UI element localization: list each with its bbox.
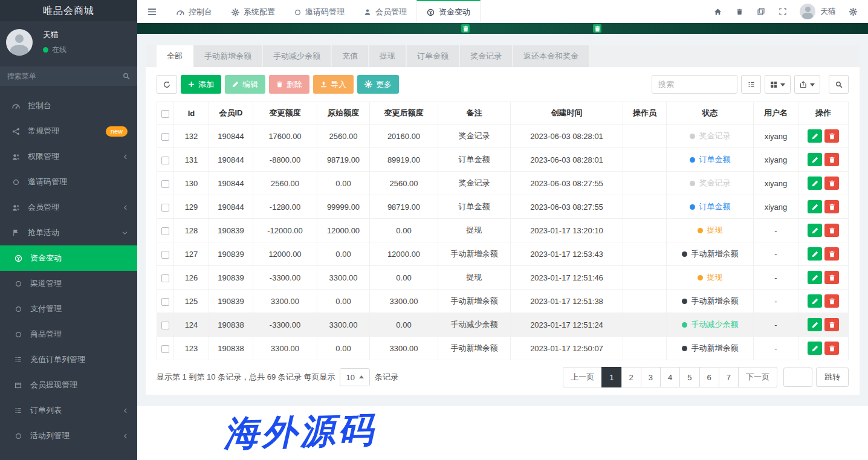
hamburger-icon[interactable] [137, 0, 167, 23]
toggle-search-button[interactable] [741, 75, 761, 94]
filter-tab-7[interactable]: 返还本金和奖金 [513, 45, 589, 67]
row-checkbox[interactable] [161, 133, 169, 141]
add-button[interactable]: 添加 [181, 75, 221, 94]
filter-tab-2[interactable]: 手动减少余额 [263, 45, 331, 67]
jump-page-input[interactable] [783, 368, 812, 387]
column-header[interactable]: 状态 [667, 102, 754, 125]
filter-tab-4[interactable]: 提现 [369, 45, 406, 67]
row-checkbox[interactable] [161, 345, 169, 353]
page-size-select[interactable]: 10 [340, 368, 369, 386]
row-checkbox[interactable] [161, 157, 169, 164]
sidebar-item-general[interactable]: 常规管理new [0, 118, 137, 144]
jump-button[interactable]: 跳转 [816, 368, 849, 387]
advanced-search-button[interactable] [829, 75, 849, 94]
filter-tab-6[interactable]: 奖金记录 [460, 45, 512, 67]
search-icon[interactable] [123, 73, 130, 80]
next-page-button[interactable]: 下一页 [738, 367, 777, 387]
row-delete-button[interactable] [824, 129, 839, 143]
column-header[interactable]: 操作 [798, 102, 849, 125]
avatar[interactable] [6, 29, 33, 56]
row-edit-button[interactable] [808, 153, 822, 166]
column-header[interactable]: Id [174, 102, 209, 125]
sidebar-item-recharge[interactable]: 充值订单列管理 [0, 347, 137, 372]
row-delete-button[interactable] [824, 271, 839, 284]
page-button-6[interactable]: 6 [699, 367, 719, 387]
row-delete-button[interactable] [824, 177, 839, 190]
column-header[interactable]: 创建时间 [511, 102, 623, 125]
row-edit-button[interactable] [808, 177, 822, 190]
row-checkbox[interactable] [161, 322, 169, 329]
page-button-4[interactable]: 4 [660, 367, 680, 387]
sidebar-item-orders[interactable]: 订单列表 [0, 398, 137, 423]
page-button-5[interactable]: 5 [679, 367, 699, 387]
sidebar-item-goods[interactable]: 商品管理 [0, 322, 137, 347]
strip-trash-icon[interactable] [593, 24, 601, 33]
nav-item-fund[interactable]: 资金变动 [416, 0, 481, 23]
clear-cache-trash-icon[interactable] [729, 0, 750, 23]
more-button[interactable]: 更多 [357, 75, 399, 94]
row-edit-button[interactable] [808, 129, 822, 143]
row-checkbox[interactable] [161, 298, 169, 306]
columns-button[interactable] [765, 75, 791, 94]
filter-tab-3[interactable]: 充值 [332, 45, 368, 67]
row-delete-button[interactable] [824, 200, 839, 213]
home-icon[interactable] [707, 0, 729, 23]
nav-item-console[interactable]: 控制台 [167, 0, 222, 23]
row-delete-button[interactable] [824, 153, 839, 166]
row-delete-button[interactable] [824, 318, 839, 331]
row-checkbox[interactable] [161, 204, 169, 212]
sidebar-item-member[interactable]: 会员管理 [0, 195, 137, 220]
import-button[interactable]: 导入 [313, 75, 354, 94]
column-header[interactable]: 会员ID [209, 102, 253, 125]
nav-item-system[interactable]: 系统配置 [222, 0, 285, 23]
page-button-3[interactable]: 3 [641, 367, 661, 387]
menu-search-input[interactable] [7, 72, 123, 80]
row-checkbox[interactable] [161, 180, 169, 188]
row-edit-button[interactable] [808, 294, 822, 308]
export-button[interactable] [794, 75, 820, 94]
filter-tab-1[interactable]: 手动新增余额 [194, 45, 262, 67]
row-delete-button[interactable] [824, 247, 839, 261]
row-delete-button[interactable] [824, 294, 839, 308]
page-button-1[interactable]: 1 [601, 367, 621, 387]
filter-tab-5[interactable]: 订单金额 [407, 45, 459, 67]
sidebar-item-pay[interactable]: 支付管理 [0, 296, 137, 322]
row-edit-button[interactable] [808, 342, 822, 355]
row-checkbox[interactable] [161, 274, 169, 282]
column-header[interactable]: 操作员 [623, 102, 667, 125]
sidebar-item-invite[interactable]: 邀请码管理 [0, 169, 137, 195]
filter-tab-0[interactable]: 全部 [157, 45, 193, 67]
row-checkbox[interactable] [161, 251, 169, 259]
column-header[interactable]: 变更额度 [253, 102, 317, 125]
nav-item-invite[interactable]: 邀请码管理 [285, 0, 354, 23]
sidebar-item-activity[interactable]: 抢单活动 [0, 220, 137, 245]
windows-icon[interactable] [750, 0, 772, 23]
refresh-button[interactable] [157, 75, 177, 94]
fullscreen-icon[interactable] [772, 0, 794, 23]
select-all-checkbox[interactable] [161, 110, 169, 118]
column-header[interactable]: 用户名 [754, 102, 798, 125]
row-delete-button[interactable] [824, 224, 839, 237]
prev-page-button[interactable]: 上一页 [563, 367, 602, 387]
page-button-2[interactable]: 2 [621, 367, 641, 387]
row-edit-button[interactable] [808, 200, 822, 213]
edit-button[interactable]: 编辑 [225, 75, 265, 94]
row-edit-button[interactable] [808, 318, 822, 331]
table-search-input[interactable] [652, 75, 737, 94]
sidebar-item-console[interactable]: 控制台 [0, 93, 137, 118]
row-edit-button[interactable] [808, 247, 822, 261]
sidebar-item-fund[interactable]: 资金变动 [0, 245, 137, 271]
column-header[interactable]: 备注 [438, 102, 511, 125]
user-menu[interactable]: 天猫 [794, 4, 842, 19]
strip-trash-icon[interactable] [461, 24, 470, 33]
sidebar-item-events[interactable]: 活动列管理 [0, 423, 137, 449]
nav-item-member[interactable]: 会员管理 [354, 0, 416, 23]
column-header[interactable]: 变更后额度 [370, 102, 438, 125]
row-delete-button[interactable] [824, 342, 839, 355]
settings-gear-icon[interactable] [842, 0, 864, 23]
row-checkbox[interactable] [161, 227, 169, 235]
column-header[interactable]: 原始额度 [317, 102, 370, 125]
delete-button[interactable]: 删除 [269, 75, 309, 94]
page-button-7[interactable]: 7 [719, 367, 739, 387]
sidebar-item-channel[interactable]: 渠道管理 [0, 271, 137, 296]
